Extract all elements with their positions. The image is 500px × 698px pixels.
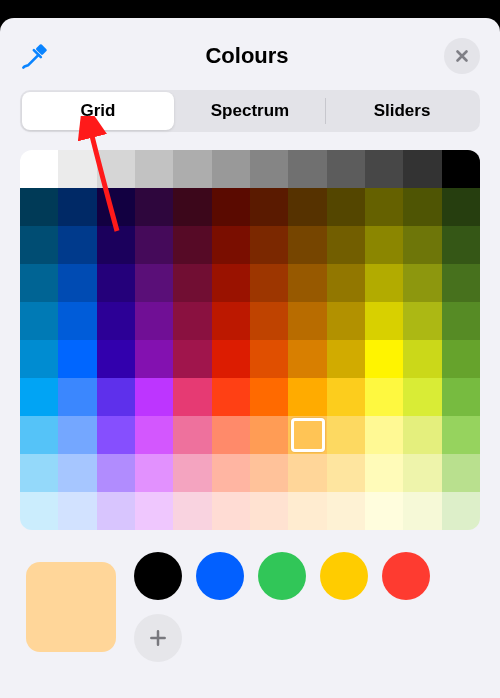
color-cell[interactable] bbox=[365, 150, 403, 188]
color-cell[interactable] bbox=[403, 378, 441, 416]
color-cell[interactable] bbox=[135, 226, 173, 264]
color-cell[interactable] bbox=[442, 188, 480, 226]
color-cell[interactable] bbox=[135, 264, 173, 302]
color-cell[interactable] bbox=[20, 340, 58, 378]
color-cell[interactable] bbox=[20, 150, 58, 188]
color-cell[interactable] bbox=[173, 492, 211, 530]
color-cell[interactable] bbox=[288, 302, 326, 340]
color-cell[interactable] bbox=[365, 492, 403, 530]
color-cell[interactable] bbox=[403, 226, 441, 264]
color-cell[interactable] bbox=[327, 492, 365, 530]
color-cell[interactable] bbox=[97, 302, 135, 340]
color-cell[interactable] bbox=[173, 416, 211, 454]
color-cell[interactable] bbox=[327, 454, 365, 492]
color-cell[interactable] bbox=[212, 188, 250, 226]
tab-grid[interactable]: Grid bbox=[22, 92, 174, 130]
color-cell[interactable] bbox=[288, 150, 326, 188]
color-cell[interactable] bbox=[403, 188, 441, 226]
color-cell[interactable] bbox=[250, 416, 288, 454]
color-cell[interactable] bbox=[97, 188, 135, 226]
preset-swatch[interactable] bbox=[196, 552, 244, 600]
color-cell[interactable] bbox=[58, 226, 96, 264]
color-cell[interactable] bbox=[365, 340, 403, 378]
color-cell[interactable] bbox=[403, 302, 441, 340]
color-cell[interactable] bbox=[212, 340, 250, 378]
color-cell[interactable] bbox=[288, 416, 326, 454]
color-cell[interactable] bbox=[288, 226, 326, 264]
color-cell[interactable] bbox=[442, 454, 480, 492]
color-cell[interactable] bbox=[442, 302, 480, 340]
color-cell[interactable] bbox=[403, 416, 441, 454]
color-cell[interactable] bbox=[212, 454, 250, 492]
color-cell[interactable] bbox=[212, 416, 250, 454]
color-cell[interactable] bbox=[173, 454, 211, 492]
color-cell[interactable] bbox=[97, 454, 135, 492]
color-cell[interactable] bbox=[58, 264, 96, 302]
color-cell[interactable] bbox=[58, 378, 96, 416]
color-cell[interactable] bbox=[327, 378, 365, 416]
color-cell[interactable] bbox=[403, 340, 441, 378]
color-cell[interactable] bbox=[135, 340, 173, 378]
color-cell[interactable] bbox=[288, 264, 326, 302]
color-cell[interactable] bbox=[250, 302, 288, 340]
preset-swatch[interactable] bbox=[320, 552, 368, 600]
tab-sliders[interactable]: Sliders bbox=[326, 92, 478, 130]
color-cell[interactable] bbox=[250, 188, 288, 226]
color-cell[interactable] bbox=[250, 226, 288, 264]
color-cell[interactable] bbox=[173, 264, 211, 302]
color-cell[interactable] bbox=[327, 302, 365, 340]
color-cell[interactable] bbox=[173, 302, 211, 340]
color-cell[interactable] bbox=[327, 188, 365, 226]
color-cell[interactable] bbox=[135, 416, 173, 454]
color-cell[interactable] bbox=[288, 378, 326, 416]
color-cell[interactable] bbox=[97, 378, 135, 416]
color-cell[interactable] bbox=[365, 416, 403, 454]
color-cell[interactable] bbox=[97, 264, 135, 302]
color-grid[interactable] bbox=[20, 150, 480, 530]
color-cell[interactable] bbox=[97, 150, 135, 188]
color-cell[interactable] bbox=[20, 226, 58, 264]
color-cell[interactable] bbox=[365, 454, 403, 492]
color-cell[interactable] bbox=[403, 264, 441, 302]
color-cell[interactable] bbox=[97, 416, 135, 454]
color-cell[interactable] bbox=[442, 264, 480, 302]
color-cell[interactable] bbox=[250, 150, 288, 188]
color-cell[interactable] bbox=[135, 302, 173, 340]
color-cell[interactable] bbox=[173, 150, 211, 188]
eyedropper-button[interactable] bbox=[20, 41, 50, 71]
color-cell[interactable] bbox=[173, 188, 211, 226]
color-cell[interactable] bbox=[58, 492, 96, 530]
color-cell[interactable] bbox=[135, 378, 173, 416]
color-cell[interactable] bbox=[212, 492, 250, 530]
color-cell[interactable] bbox=[135, 454, 173, 492]
color-cell[interactable] bbox=[97, 340, 135, 378]
color-cell[interactable] bbox=[442, 340, 480, 378]
color-cell[interactable] bbox=[365, 188, 403, 226]
current-color-swatch[interactable] bbox=[26, 562, 116, 652]
color-cell[interactable] bbox=[58, 454, 96, 492]
color-cell[interactable] bbox=[58, 188, 96, 226]
color-cell[interactable] bbox=[250, 454, 288, 492]
tab-spectrum[interactable]: Spectrum bbox=[174, 92, 326, 130]
color-cell[interactable] bbox=[20, 492, 58, 530]
color-cell[interactable] bbox=[20, 264, 58, 302]
color-cell[interactable] bbox=[288, 340, 326, 378]
color-cell[interactable] bbox=[212, 264, 250, 302]
color-cell[interactable] bbox=[58, 302, 96, 340]
color-cell[interactable] bbox=[20, 188, 58, 226]
color-cell[interactable] bbox=[173, 378, 211, 416]
color-cell[interactable] bbox=[97, 492, 135, 530]
color-cell[interactable] bbox=[58, 416, 96, 454]
color-cell[interactable] bbox=[365, 264, 403, 302]
color-cell[interactable] bbox=[442, 378, 480, 416]
preset-swatch[interactable] bbox=[258, 552, 306, 600]
color-cell[interactable] bbox=[442, 416, 480, 454]
color-cell[interactable] bbox=[250, 378, 288, 416]
color-cell[interactable] bbox=[327, 150, 365, 188]
color-cell[interactable] bbox=[365, 302, 403, 340]
color-cell[interactable] bbox=[327, 416, 365, 454]
color-cell[interactable] bbox=[58, 340, 96, 378]
color-cell[interactable] bbox=[20, 454, 58, 492]
color-cell[interactable] bbox=[442, 150, 480, 188]
preset-swatch[interactable] bbox=[382, 552, 430, 600]
